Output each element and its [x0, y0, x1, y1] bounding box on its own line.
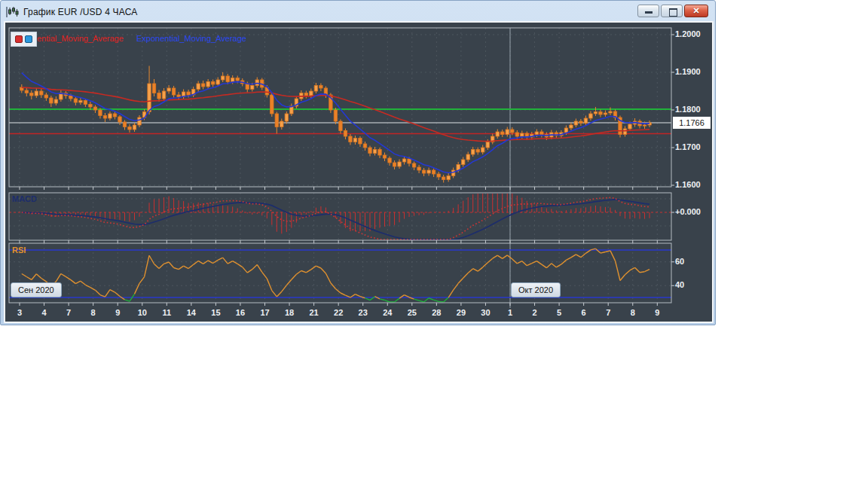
red-series-swatch-icon [15, 35, 23, 43]
price-chart-canvas[interactable] [1, 1, 717, 326]
macd-layer [22, 194, 649, 239]
legend-box [11, 32, 37, 47]
candles-layer [20, 66, 652, 183]
panel-frame [9, 243, 671, 303]
rsi-layer [22, 249, 649, 302]
blue-series-swatch-icon [25, 35, 32, 43]
chart-window: График EUR /USD 4 ЧАСА ✕ ential_Moving_A… [0, 0, 716, 325]
panel-frame [9, 28, 671, 187]
legend-blue-ema-label: Exponential_Moving_Average [136, 34, 246, 43]
legend-red-ema-label: ential_Moving_Average [37, 34, 124, 43]
grid-lines [9, 28, 671, 303]
